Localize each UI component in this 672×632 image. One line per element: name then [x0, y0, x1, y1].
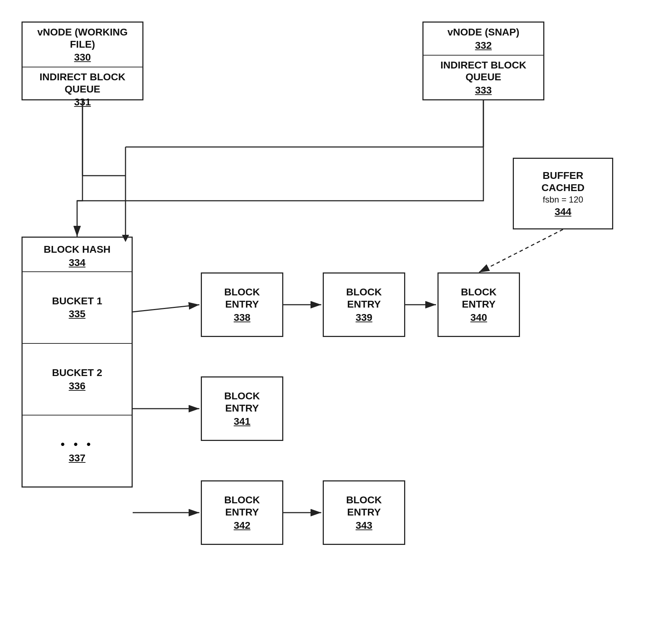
block-entry-343-label: BLOCKENTRY [346, 494, 382, 518]
dots: • • • [61, 438, 93, 451]
block-entry-339-label: BLOCKENTRY [346, 286, 382, 310]
buffer-cached-sub: fsbn = 120 [543, 195, 583, 205]
block-hash-header: BLOCK HASH 334 [23, 238, 132, 272]
vnode-working-box: vNODE (WORKING FILE) 330 INDIRECT BLOCK … [22, 22, 143, 100]
arrow-vnode-snap-to-blockhash-horizontal [77, 100, 483, 201]
arrow-bucket1-to-338 [133, 305, 199, 312]
vnode-working-number: 330 [26, 52, 139, 63]
arrow-vnode-working-to-blockhash [77, 100, 82, 237]
bucket2-number: 336 [69, 380, 86, 392]
bucket1-row: BUCKET 1 335 [23, 272, 132, 344]
vnode-working-label: vNODE (WORKING FILE) [26, 26, 139, 50]
block-entry-341-label: BLOCKENTRY [224, 390, 260, 414]
block-entry-342: BLOCKENTRY 342 [201, 480, 283, 545]
block-entry-343-number: 343 [356, 520, 373, 531]
block-entry-338: BLOCKENTRY 338 [201, 272, 283, 337]
block-hash-number: 334 [26, 257, 128, 269]
dots-number: 337 [69, 452, 86, 464]
block-entry-342-number: 342 [234, 520, 251, 531]
block-entry-341-number: 341 [234, 416, 251, 427]
diagram: vNODE (WORKING FILE) 330 INDIRECT BLOCK … [0, 0, 672, 632]
vnode-working-sub: INDIRECT BLOCK QUEUE [26, 71, 139, 95]
buffer-cached-label: BUFFERCACHED [541, 170, 585, 194]
bucket1-number: 335 [69, 308, 86, 320]
block-entry-343: BLOCKENTRY 343 [323, 480, 405, 545]
block-entry-340-label: BLOCKENTRY [461, 286, 497, 310]
bucket2-row: BUCKET 2 336 [23, 344, 132, 415]
block-hash-label: BLOCK HASH [26, 243, 128, 256]
block-entry-341: BLOCKENTRY 341 [201, 376, 283, 441]
block-entry-342-label: BLOCKENTRY [224, 494, 260, 518]
vnode-snap-box: vNODE (SNAP) 332 INDIRECT BLOCK QUEUE 33… [422, 22, 544, 100]
arrow-buffer-to-340 [479, 229, 563, 272]
vnode-snap-label: vNODE (SNAP) [448, 26, 520, 38]
block-entry-339: BLOCKENTRY 339 [323, 272, 405, 337]
block-entry-338-label: BLOCKENTRY [224, 286, 260, 310]
bucket2-label: BUCKET 2 [52, 367, 102, 379]
vnode-snap-sub: INDIRECT BLOCK QUEUE [427, 59, 540, 83]
block-hash-inner: BLOCK HASH 334 BUCKET 1 335 BUCKET 2 336… [23, 238, 132, 486]
vnode-working-sub-number: 331 [26, 96, 139, 108]
block-entry-340-number: 340 [470, 312, 487, 323]
buffer-cached-box: BUFFERCACHED fsbn = 120 344 [513, 158, 613, 229]
buffer-cached-number: 344 [555, 206, 572, 218]
block-entry-339-number: 339 [356, 312, 373, 323]
block-entry-338-number: 338 [234, 312, 251, 323]
vnode-snap-number: 332 [448, 40, 520, 51]
block-entry-340: BLOCKENTRY 340 [437, 272, 520, 337]
dots-row: • • • 337 [23, 415, 132, 486]
vnode-snap-sub-number: 333 [427, 85, 540, 96]
bucket1-label: BUCKET 1 [52, 295, 102, 307]
block-hash-box: BLOCK HASH 334 BUCKET 1 335 BUCKET 2 336… [22, 237, 133, 488]
